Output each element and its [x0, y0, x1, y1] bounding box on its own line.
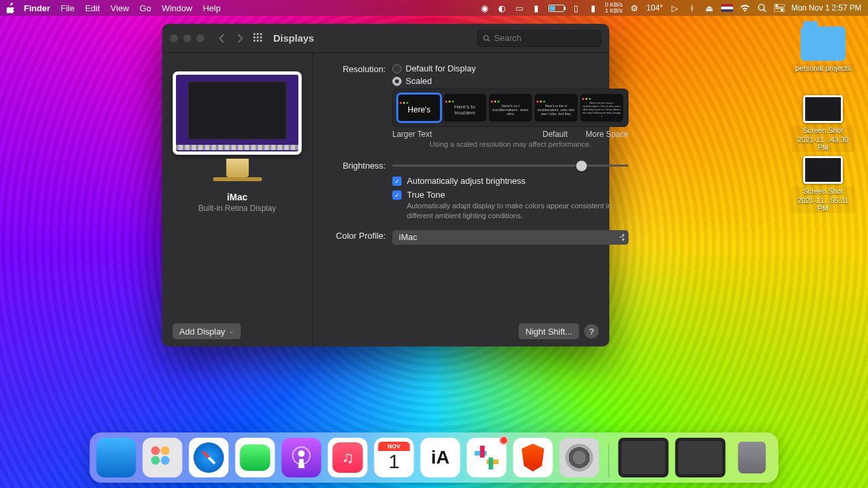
resolution-option-5[interactable]: Here's to the crazy o troublemakers. The…	[580, 94, 623, 122]
display-menu-icon[interactable]: ▭	[514, 3, 525, 13]
resolution-scaled-radio[interactable]: Scaled	[392, 76, 629, 86]
dock-minimized-window-2[interactable]	[675, 438, 726, 477]
auto-brightness-checkbox[interactable]: ✓ Automatically adjust brightness	[392, 176, 629, 186]
checkbox-label: Automatically adjust brightness	[407, 176, 525, 186]
menu-view[interactable]: View	[110, 3, 129, 13]
menu-file[interactable]: File	[61, 3, 75, 13]
help-button[interactable]: ?	[584, 324, 599, 339]
dock-music[interactable]	[328, 438, 368, 477]
checkmark-icon: ✓	[392, 190, 402, 200]
dock-minimized-window-1[interactable]	[619, 438, 669, 477]
desktop-screenshot-1[interactable]: Screen Shot 2021-11...43.30 PM	[791, 95, 855, 152]
desktop-file-label: Screen Shot	[791, 186, 855, 196]
app-status-icon[interactable]: ◐	[497, 3, 507, 13]
dock-trash[interactable]	[732, 438, 772, 477]
brightness-slider[interactable]	[392, 160, 629, 171]
dock-messages[interactable]	[236, 438, 275, 477]
menu-window[interactable]: Window	[161, 3, 192, 13]
svg-rect-8	[260, 33, 262, 35]
zoom-button[interactable]	[196, 34, 204, 42]
menu-clock[interactable]: Mon Nov 1 2:57 PM	[791, 3, 861, 13]
color-profile-label: Color Profile:	[313, 230, 392, 241]
brightness-label: Brightness:	[313, 160, 392, 171]
menu-help[interactable]: Help	[203, 3, 221, 13]
search-input[interactable]	[494, 33, 595, 43]
menu-edit[interactable]: Edit	[85, 3, 100, 13]
resolution-center-label: Default	[532, 130, 578, 139]
window-footer: Add Display ⌄ Night Shift... ?	[162, 316, 609, 346]
forward-button[interactable]	[232, 30, 248, 46]
dock-separator	[609, 444, 609, 477]
back-button[interactable]	[214, 30, 230, 46]
dock-finder[interactable]	[97, 438, 136, 477]
svg-point-15	[484, 35, 488, 40]
control-center-icon[interactable]	[774, 3, 785, 13]
apple-menu-icon[interactable]	[7, 3, 16, 13]
search-field[interactable]	[477, 30, 601, 47]
true-tone-checkbox[interactable]: ✓ True Tone Automatically adapt display …	[392, 190, 629, 221]
close-button[interactable]	[170, 34, 178, 42]
memory-meter-icon[interactable]: ▮	[588, 3, 599, 13]
window-traffic-lights	[170, 34, 204, 42]
fan-speed-icon[interactable]: ⚙	[629, 3, 640, 13]
eject-icon[interactable]: ⏏	[704, 3, 715, 13]
chevron-updown-icon: ▴▾	[622, 232, 625, 243]
dock-launchpad[interactable]	[143, 438, 183, 477]
svg-rect-7	[257, 33, 259, 35]
resolution-warning: Using a scaled resolution may affect per…	[392, 140, 629, 148]
network-speed[interactable]: 0 KB/s 1 KB/s	[605, 2, 623, 14]
disk-meter-icon[interactable]: ▯	[571, 3, 582, 13]
dock-system-preferences[interactable]	[560, 438, 599, 477]
window-title: Displays	[273, 32, 314, 44]
input-flag-icon[interactable]	[721, 4, 733, 12]
night-shift-button[interactable]: Night Shift...	[519, 323, 579, 339]
color-profile-select[interactable]: iMac ▴▾	[392, 230, 629, 245]
menu-app-name[interactable]: Finder	[24, 3, 50, 13]
svg-rect-13	[257, 40, 259, 42]
checkmark-icon: ✓	[392, 177, 402, 186]
svg-rect-9	[253, 36, 255, 38]
dock-brave[interactable]	[513, 438, 553, 477]
resolution-option-4[interactable]: Here's to the cr troublemakers. ones who…	[535, 94, 578, 122]
bluetooth-icon[interactable]: ᚼ	[687, 3, 697, 13]
desktop-file-label: Screen Shot	[791, 126, 855, 135]
svg-point-0	[758, 5, 764, 11]
battery-icon[interactable]	[548, 5, 564, 12]
window-titlebar[interactable]: Displays	[162, 24, 609, 53]
dock-calendar[interactable]: NOV 1	[374, 438, 414, 477]
desktop-folder-personal-projects[interactable]: personal projects	[791, 26, 855, 73]
folder-icon	[801, 26, 846, 61]
resolution-option-1[interactable]: Here's	[398, 94, 441, 122]
resolution-option-3[interactable]: Here's to t troublemakers. ones who	[489, 94, 532, 122]
svg-line-16	[488, 39, 490, 41]
resolution-option-2[interactable]: Here's to troublem	[443, 94, 486, 122]
spotlight-icon[interactable]	[757, 3, 767, 13]
cpu-meter-icon[interactable]: ▮	[531, 3, 542, 13]
resolution-default-radio[interactable]: Default for Display	[392, 63, 629, 73]
add-display-button[interactable]: Add Display ⌄	[173, 323, 241, 339]
minimize-button[interactable]	[183, 34, 191, 42]
device-name: iMac	[227, 192, 247, 202]
imac-preview-icon	[173, 71, 302, 177]
calendar-month: NOV	[378, 442, 410, 451]
wifi-icon[interactable]	[740, 3, 750, 13]
svg-point-4	[775, 5, 778, 7]
dock-podcasts[interactable]	[282, 438, 322, 477]
dock-ia-writer[interactable]: iA	[421, 438, 460, 477]
menu-go[interactable]: Go	[140, 3, 151, 13]
radio-label: Default for Display	[406, 63, 476, 73]
button-label: Night Shift...	[525, 327, 572, 337]
desktop-folder-label: personal projects	[791, 63, 855, 73]
dock-safari[interactable]	[189, 438, 229, 477]
menu-bar: Finder File Edit View Go Window Help ◉ ◐…	[0, 0, 868, 16]
radio-icon	[392, 77, 402, 86]
checkbox-label: True Tone	[407, 190, 445, 200]
dock-slack[interactable]	[467, 438, 507, 477]
creative-cloud-icon[interactable]: ◉	[480, 3, 490, 13]
show-all-button[interactable]	[251, 30, 267, 46]
desktop-screenshot-2[interactable]: Screen Shot 2021-11...55.31 PM	[791, 156, 855, 213]
now-playing-icon[interactable]: ▷	[670, 3, 680, 13]
temperature-readout[interactable]: 104°	[646, 3, 663, 13]
resolution-left-label: Larger Text	[392, 130, 441, 139]
select-value: iMac	[399, 232, 417, 242]
